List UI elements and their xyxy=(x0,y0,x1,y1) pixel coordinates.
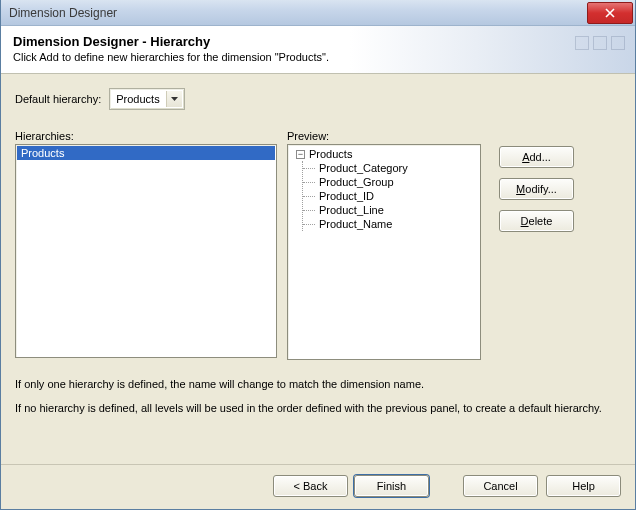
tree-root[interactable]: − Products xyxy=(290,147,478,161)
preview-tree[interactable]: − Products Product_Category Product_Grou… xyxy=(287,144,481,360)
chevron-down-icon xyxy=(166,91,182,107)
page-subtitle: Click Add to define new hierarchies for … xyxy=(13,51,623,63)
hierarchies-label: Hierarchies: xyxy=(15,130,277,142)
default-hierarchy-combo[interactable]: Products xyxy=(109,88,184,110)
page-title: Dimension Designer - Hierarchy xyxy=(13,34,623,49)
collapse-icon[interactable]: − xyxy=(296,150,305,159)
close-icon xyxy=(605,8,615,18)
dialog-window: Dimension Designer Dimension Designer - … xyxy=(0,0,636,510)
back-button[interactable]: < Back xyxy=(273,475,348,497)
tree-children: Product_Category Product_Group Product_I… xyxy=(302,161,478,231)
titlebar: Dimension Designer xyxy=(1,0,635,26)
tree-leaf[interactable]: Product_Line xyxy=(303,203,478,217)
wizard-footer: < Back Finish Cancel Help xyxy=(1,464,635,509)
list-item[interactable]: Products xyxy=(17,146,275,160)
close-button[interactable] xyxy=(587,2,633,24)
wizard-header: Dimension Designer - Hierarchy Click Add… xyxy=(1,26,635,74)
window-title: Dimension Designer xyxy=(9,6,587,20)
tree-leaf[interactable]: Product_Group xyxy=(303,175,478,189)
note-line-1: If only one hierarchy is defined, the na… xyxy=(15,376,621,394)
note-line-2: If no hierarchy is defined, all levels w… xyxy=(15,400,621,418)
lists-row: Hierarchies: Products Preview: − Product… xyxy=(15,130,621,360)
add-button[interactable]: Add... xyxy=(499,146,574,168)
wizard-body: Default hierarchy: Products Hierarchies:… xyxy=(1,74,635,464)
preview-label: Preview: xyxy=(287,130,481,142)
side-buttons: Add... Modify... Delete xyxy=(499,146,574,232)
preview-column: Preview: − Products Product_Category Pro… xyxy=(287,130,481,360)
default-hierarchy-label: Default hierarchy: xyxy=(15,93,101,105)
tree-leaf[interactable]: Product_Category xyxy=(303,161,478,175)
hierarchies-column: Hierarchies: Products xyxy=(15,130,277,358)
tree-root-label: Products xyxy=(309,148,352,160)
cancel-button[interactable]: Cancel xyxy=(463,475,538,497)
hierarchies-listbox[interactable]: Products xyxy=(15,144,277,358)
header-decoration xyxy=(575,36,625,50)
notes: If only one hierarchy is defined, the na… xyxy=(15,376,621,417)
default-hierarchy-row: Default hierarchy: Products xyxy=(15,88,621,110)
finish-button[interactable]: Finish xyxy=(354,475,429,497)
help-button[interactable]: Help xyxy=(546,475,621,497)
modify-button[interactable]: Modify... xyxy=(499,178,574,200)
default-hierarchy-value: Products xyxy=(116,93,159,105)
tree-leaf[interactable]: Product_Name xyxy=(303,217,478,231)
delete-button[interactable]: Delete xyxy=(499,210,574,232)
tree-leaf[interactable]: Product_ID xyxy=(303,189,478,203)
